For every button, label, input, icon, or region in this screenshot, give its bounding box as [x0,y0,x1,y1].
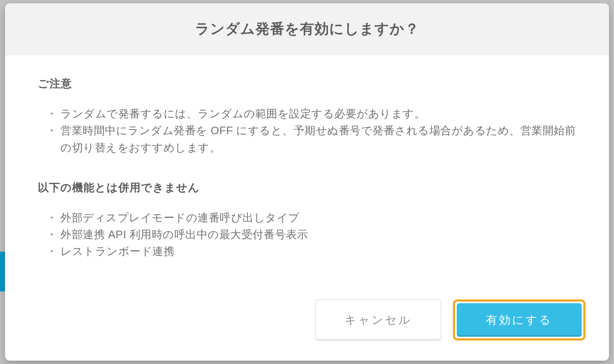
caution-heading: ご注意 [38,76,576,91]
list-item: レストランボード連携 [49,243,576,260]
background-accent [0,252,5,291]
cancel-button[interactable]: キャンセル [315,299,441,341]
list-item: 外部連携 API 利用時の呼出中の最大受付番号表示 [49,226,576,243]
dialog-body: ご注意 ランダムで発番するには、ランダムの範囲を設定する必要があります。 営業時… [5,55,609,299]
incompatible-list: 外部ディスプレイモードの連番呼び出しタイプ 外部連携 API 利用時の呼出中の最… [38,209,576,260]
list-item: ランダムで発番するには、ランダムの範囲を設定する必要があります。 [49,105,576,122]
dialog-header: ランダム発番を有効にしますか？ [5,3,609,55]
incompatible-heading: 以下の機能とは併用できません [38,180,576,195]
caution-list: ランダムで発番するには、ランダムの範囲を設定する必要があります。 営業時間中にラ… [38,105,576,156]
dialog-footer: キャンセル 有効にする [5,299,609,361]
list-item: 外部ディスプレイモードの連番呼び出しタイプ [49,209,576,226]
dialog-title: ランダム発番を有効にしますか？ [13,19,601,39]
list-item: 営業時間中にランダム発番を OFF にすると、予期せぬ番号で発番される場合がある… [49,122,576,156]
confirm-button-highlight: 有効にする [453,299,585,341]
confirmation-dialog: ランダム発番を有効にしますか？ ご注意 ランダムで発番するには、ランダムの範囲を… [5,3,609,361]
confirm-button[interactable]: 有効にする [457,303,582,337]
